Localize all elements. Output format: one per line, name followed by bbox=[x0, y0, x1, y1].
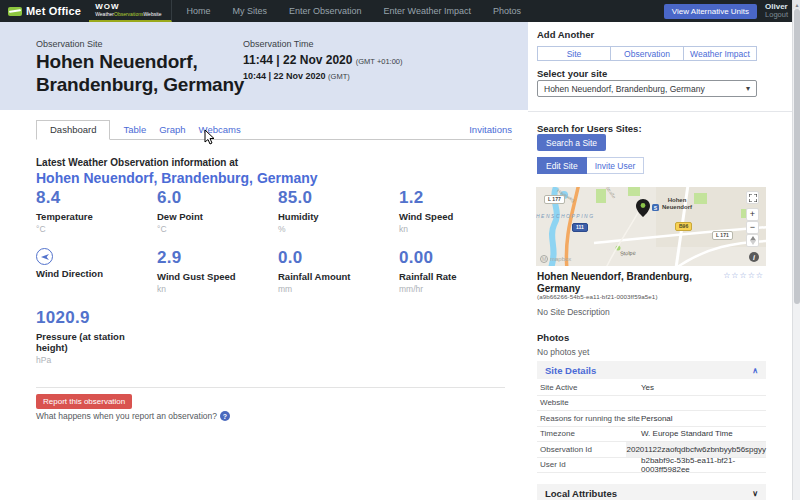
add-observation-button[interactable]: Observation bbox=[610, 46, 684, 61]
observation-site-name: Hohen Neuendorf, Brandenburg, Germany bbox=[36, 50, 246, 96]
table-row: User Id b2babf9c-53b5-ea11-bf21-0003ff59… bbox=[537, 458, 766, 474]
star-icon: ☆ bbox=[739, 271, 747, 280]
sidebar: Add Another Site Observation Weather Imp… bbox=[528, 22, 792, 500]
met-office-name: Met Office bbox=[26, 5, 81, 17]
tab-bar: Dashboard Table Graph Webcams Invitation… bbox=[36, 120, 512, 140]
table-row: Site Active Yes bbox=[537, 380, 766, 396]
observation-time-local: 11:44 | 22 Nov 2020 (GMT +01:00) bbox=[243, 53, 403, 67]
logout-link[interactable]: Logout bbox=[765, 11, 788, 19]
map-label-stolpe: Stolpe bbox=[620, 249, 636, 256]
metrics-grid: 8.4 Temperature °C 6.0 Dew Point °C 85.0… bbox=[36, 188, 520, 368]
metric-dew-point: 6.0 Dew Point °C bbox=[157, 188, 278, 248]
observation-site-label: Observation Site bbox=[36, 39, 103, 49]
no-site-description: No Site Description bbox=[537, 307, 610, 317]
report-help: What happens when you report an observat… bbox=[36, 411, 230, 421]
sidebar-site-name: Hohen Neuendorf, Brandenburg, Germany bbox=[537, 271, 722, 295]
scrollbar-up-arrow[interactable]: ▲ bbox=[793, 0, 800, 9]
tab-dashboard[interactable]: Dashboard bbox=[36, 120, 110, 140]
zoom-in-button[interactable]: + bbox=[746, 208, 759, 221]
tab-invitations[interactable]: Invitations bbox=[469, 120, 512, 139]
road-shield-l171: L 171 bbox=[712, 231, 733, 240]
add-another-label: Add Another bbox=[537, 29, 594, 40]
wow-page: Met Office WOW WeatherObservationsWebsit… bbox=[0, 0, 800, 500]
scrollbar-thumb[interactable] bbox=[794, 9, 800, 304]
road-shield-l177: L 177 bbox=[544, 195, 565, 204]
table-row: Website bbox=[537, 396, 766, 412]
metric-rainfall-amount: 0.0 Rainfall Amount mm bbox=[278, 248, 399, 308]
nav-item-my-sites[interactable]: My Sites bbox=[232, 6, 267, 16]
site-rating-stars[interactable]: ☆☆☆☆☆ bbox=[723, 271, 764, 280]
chevron-down-icon: ∨ bbox=[752, 489, 758, 498]
site-select-dropdown[interactable]: Hohen Neuendorf, Brandenburg, Germany ▾ bbox=[537, 80, 757, 97]
top-nav: Met Office WOW WeatherObservationsWebsit… bbox=[0, 0, 800, 22]
mapbox-icon: M bbox=[540, 255, 548, 263]
map-info-icon[interactable]: i bbox=[749, 252, 759, 262]
water-label: HENSCHOPPING bbox=[536, 213, 595, 219]
table-row: Timezone W. Europe Standard Time bbox=[537, 427, 766, 443]
nav-right: View Alternative Units Oliver Logout bbox=[664, 0, 800, 22]
site-map[interactable]: Havelweg Straße L 177 HENSCHOPPING 111 B… bbox=[536, 187, 766, 266]
nav-item-photos[interactable]: Photos bbox=[493, 6, 521, 16]
mapbox-attribution[interactable]: M mapbox bbox=[540, 255, 571, 263]
met-office-logo[interactable]: Met Office bbox=[0, 0, 89, 22]
site-id: (a9b66266-54b5-ea11-bf21-0003ff59a5e1) bbox=[537, 293, 658, 300]
edit-site-button[interactable]: Edit Site bbox=[537, 157, 587, 174]
metric-wind-direction: Wind Direction bbox=[36, 248, 157, 308]
local-attributes-header[interactable]: Local Attributes ∨ bbox=[537, 484, 766, 500]
photos-heading: Photos bbox=[537, 332, 569, 343]
edit-invite-group: Edit Site Invite User bbox=[537, 157, 644, 174]
metric-wind-gust-speed: 2.9 Wind Gust Speed kn bbox=[157, 248, 278, 308]
view-alternative-units-button[interactable]: View Alternative Units bbox=[664, 4, 757, 19]
road-shield-a111: 111 bbox=[572, 223, 588, 232]
search-users-sites-label: Search for Users Sites: bbox=[537, 123, 642, 134]
latest-observation-label: Latest Weather Observation information a… bbox=[36, 157, 238, 168]
chevron-up-icon: ∧ bbox=[752, 366, 758, 375]
latest-observation-site-link[interactable]: Hohen Neuendorf, Brandenburg, Germany bbox=[36, 170, 318, 186]
divider bbox=[528, 111, 792, 112]
chevron-down-icon: ▾ bbox=[746, 84, 750, 93]
search-site-button[interactable]: Search a Site bbox=[537, 134, 606, 151]
nav-item-home[interactable]: Home bbox=[186, 6, 210, 16]
user-block: Oliver Logout bbox=[765, 3, 788, 19]
tab-webcams[interactable]: Webcams bbox=[199, 120, 241, 139]
compass-icon[interactable] bbox=[746, 234, 759, 247]
add-weather-impact-button[interactable]: Weather Impact bbox=[683, 46, 757, 61]
help-icon[interactable]: ? bbox=[220, 411, 230, 421]
add-site-button[interactable]: Site bbox=[537, 46, 611, 61]
star-icon: ☆ bbox=[748, 271, 756, 280]
wow-logo[interactable]: WOW WeatherObservationsWebsite bbox=[89, 0, 172, 22]
metric-humidity: 85.0 Humidity % bbox=[278, 188, 399, 248]
nav-item-enter-observation[interactable]: Enter Observation bbox=[289, 6, 362, 16]
site-details-table: Site Active Yes Website Reasons for runn… bbox=[537, 380, 766, 473]
observation-header: Observation Site Hohen Neuendorf, Brande… bbox=[0, 22, 528, 110]
divider bbox=[36, 387, 505, 388]
no-photos-text: No photos yet bbox=[537, 347, 589, 357]
fullscreen-icon[interactable] bbox=[746, 191, 759, 204]
observation-time-gmt: 10:44 | 22 Nov 2020 (GMT) bbox=[243, 71, 350, 81]
tab-graph[interactable]: Graph bbox=[159, 120, 185, 139]
zoom-out-button[interactable]: − bbox=[746, 221, 759, 234]
add-another-buttons: Site Observation Weather Impact bbox=[537, 46, 757, 61]
star-icon: ☆ bbox=[756, 271, 764, 280]
nav-item-enter-weather-impact[interactable]: Enter Weather Impact bbox=[384, 6, 471, 16]
met-office-icon bbox=[8, 7, 22, 16]
wind-direction-arrow-icon bbox=[36, 248, 53, 265]
site-details-header[interactable]: Site Details ∧ bbox=[537, 361, 766, 379]
tab-table[interactable]: Table bbox=[123, 120, 146, 139]
sbahn-station-icon: S bbox=[652, 204, 659, 211]
report-observation-button[interactable]: Report this observation bbox=[36, 394, 132, 409]
metric-temperature: 8.4 Temperature °C bbox=[36, 188, 157, 248]
road-shield-b96: B96 bbox=[675, 222, 692, 231]
select-site-label: Select your site bbox=[537, 68, 607, 79]
observation-time-label: Observation Time bbox=[243, 39, 314, 49]
table-row: Reasons for running the site Personal bbox=[537, 411, 766, 427]
dashboard-panel: Dashboard Table Graph Webcams Invitation… bbox=[0, 110, 528, 500]
map-pin bbox=[636, 199, 650, 221]
metric-pressure: 1020.9 Pressure (at station height) hPa bbox=[36, 308, 157, 368]
map-label-hohen-neuendorf: Hohen Neuendorf bbox=[662, 197, 692, 211]
metric-wind-speed: 1.2 Wind Speed kn bbox=[399, 188, 520, 248]
page-scrollbar[interactable]: ▲ bbox=[792, 0, 800, 500]
metric-rainfall-rate: 0.00 Rainfall Rate mm/hr bbox=[399, 248, 520, 308]
nav-menu: Home My Sites Enter Observation Enter We… bbox=[186, 0, 520, 22]
invite-user-button[interactable]: Invite User bbox=[587, 157, 645, 174]
